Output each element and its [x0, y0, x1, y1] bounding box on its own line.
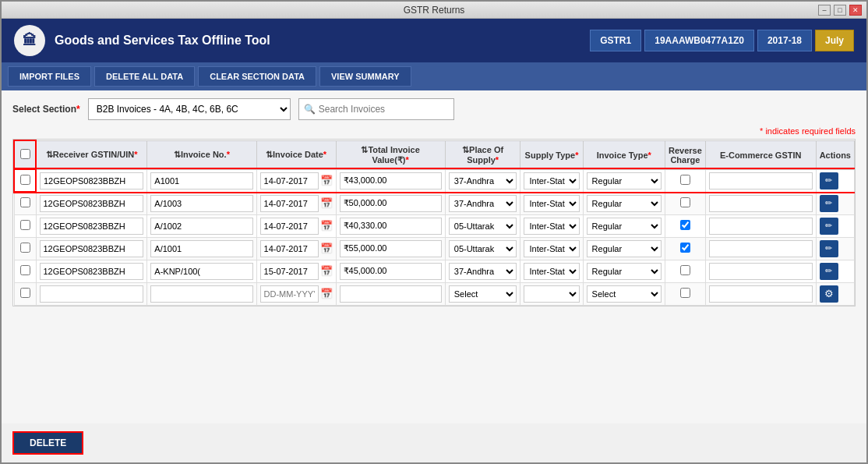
- supply-type-select[interactable]: Inter-StateIntra-State: [524, 195, 579, 212]
- invoice-date-input[interactable]: [260, 218, 319, 235]
- invoice-type-select[interactable]: RegularSEZ SuppliesDeemed Exports: [587, 263, 662, 280]
- new-invoice-date-input[interactable]: [260, 285, 319, 303]
- receiver-gstin-input[interactable]: [40, 195, 144, 212]
- receiver-gstin-input[interactable]: [40, 218, 144, 235]
- reverse-charge-checkbox[interactable]: [680, 197, 690, 207]
- new-calendar-icon[interactable]: 📅: [320, 288, 333, 299]
- clear-section-button[interactable]: CLEAR SECTION DATA: [198, 66, 316, 87]
- new-invoice-no-input[interactable]: [150, 285, 252, 303]
- reverse-charge-checkbox[interactable]: [680, 220, 690, 230]
- total-value-input[interactable]: [340, 172, 442, 189]
- ecommerce-gstin-cell: [705, 260, 816, 282]
- total-value-input[interactable]: [340, 263, 442, 280]
- row-checkbox[interactable]: [20, 197, 30, 207]
- view-summary-button[interactable]: VIEW SUMMARY: [319, 66, 411, 87]
- receiver-gstin-input[interactable]: [40, 240, 144, 257]
- ecommerce-gstin-input[interactable]: [709, 218, 813, 235]
- invoice-date-input[interactable]: [260, 195, 319, 212]
- invoice-no-input[interactable]: [150, 172, 252, 189]
- invoice-no-input[interactable]: [150, 218, 252, 235]
- new-receiver-gstin-input[interactable]: [40, 285, 144, 303]
- supply-type-select[interactable]: Inter-StateIntra-State: [524, 263, 579, 280]
- total-value-input[interactable]: [340, 240, 442, 257]
- row-checkbox[interactable]: [20, 220, 30, 230]
- reverse-charge-checkbox[interactable]: [680, 175, 690, 185]
- calendar-icon[interactable]: 📅: [320, 220, 333, 232]
- edit-row-button[interactable]: ✏: [820, 240, 838, 257]
- ecommerce-gstin-input[interactable]: [709, 195, 813, 212]
- import-files-button[interactable]: IMPORT FILES: [8, 66, 91, 87]
- calendar-icon[interactable]: 📅: [320, 197, 333, 209]
- row-checkbox[interactable]: [20, 175, 30, 185]
- gstin-badge[interactable]: 19AAAWB0477A1Z0: [644, 30, 754, 51]
- receiver-gstin-cell: [36, 214, 147, 237]
- ecommerce-gstin-input[interactable]: [709, 240, 813, 257]
- place-of-supply-select[interactable]: 37-Andhra05-Uttarak07-Delhi: [449, 240, 517, 257]
- total-value-input[interactable]: [340, 195, 442, 212]
- row-checkbox[interactable]: [20, 243, 30, 253]
- edit-row-button[interactable]: ✏: [820, 263, 838, 280]
- calendar-icon[interactable]: 📅: [320, 265, 333, 277]
- new-ecommerce-gstin-input[interactable]: [709, 285, 813, 303]
- invoice-date-input[interactable]: [260, 240, 319, 257]
- calendar-icon[interactable]: 📅: [320, 175, 333, 186]
- delete-button[interactable]: DELETE: [12, 431, 83, 455]
- add-row-button[interactable]: ⚙: [820, 285, 838, 303]
- new-invoice-type-select[interactable]: SelectRegularSEZ Supplies: [587, 285, 662, 303]
- invoice-type-select[interactable]: RegularSEZ SuppliesDeemed Exports: [587, 195, 662, 212]
- col-invoice-no: ⇅Invoice No.*: [147, 140, 256, 169]
- supply-type-cell: Inter-StateIntra-State: [520, 192, 583, 214]
- invoice-type-select[interactable]: RegularSEZ SuppliesDeemed Exports: [587, 240, 662, 257]
- new-reverse-charge-checkbox[interactable]: [680, 288, 690, 298]
- new-total-value-input[interactable]: [340, 285, 442, 303]
- reverse-charge-cell: [665, 237, 705, 260]
- ecommerce-gstin-input[interactable]: [709, 263, 813, 280]
- reverse-charge-checkbox[interactable]: [680, 243, 690, 253]
- new-supply-type-select[interactable]: Inter-StateIntra-State: [524, 285, 579, 303]
- invoice-no-input[interactable]: [150, 240, 252, 257]
- row-checkbox[interactable]: [20, 265, 30, 275]
- place-of-supply-select[interactable]: 37-Andhra05-Uttarak07-Delhi: [449, 218, 517, 235]
- invoice-date-input[interactable]: [260, 263, 319, 280]
- supply-type-select[interactable]: Inter-StateIntra-State: [524, 172, 579, 189]
- reverse-charge-cell: [665, 260, 705, 282]
- supply-type-select[interactable]: Inter-StateIntra-State: [524, 240, 579, 257]
- gstr1-badge[interactable]: GSTR1: [590, 30, 641, 51]
- invoice-type-select[interactable]: RegularSEZ SuppliesDeemed Exports: [587, 218, 662, 235]
- invoice-type-select[interactable]: RegularSEZ SuppliesDeemed Exports: [587, 172, 662, 189]
- edit-row-button[interactable]: ✏: [820, 172, 838, 189]
- receiver-gstin-input[interactable]: [40, 172, 143, 189]
- invoice-no-cell: [147, 169, 256, 192]
- place-of-supply-select[interactable]: 37-Andhra05-Uttarak07-Delhi: [449, 263, 517, 280]
- edit-row-button[interactable]: ✏: [820, 218, 838, 235]
- place-of-supply-select[interactable]: 37-Andhra05-Uttarak07-Delhi: [449, 172, 517, 189]
- maximize-button[interactable]: □: [834, 5, 846, 16]
- invoice-date-input[interactable]: [260, 172, 319, 189]
- search-input[interactable]: [319, 104, 449, 115]
- edit-row-button[interactable]: ✏: [820, 195, 838, 212]
- invoice-no-input[interactable]: [150, 263, 252, 280]
- invoices-table-container: ⇅Receiver GSTIN/UIN* ⇅Invoice No.* ⇅Invo…: [12, 139, 856, 306]
- year-badge[interactable]: 2017-18: [757, 30, 812, 51]
- supply-type-select[interactable]: Inter-StateIntra-State: [524, 218, 579, 235]
- new-place-of-supply-cell: Select37-Andhra05-Uttarak: [445, 282, 520, 305]
- total-value-input[interactable]: [340, 218, 442, 235]
- place-of-supply-select[interactable]: 37-Andhra05-Uttarak07-Delhi: [449, 195, 517, 212]
- new-place-of-supply-select[interactable]: Select37-Andhra05-Uttarak: [449, 285, 517, 303]
- col-place-of-supply: ⇅Place Of Supply*: [445, 140, 520, 169]
- calendar-icon[interactable]: 📅: [320, 243, 333, 254]
- delete-all-button[interactable]: DELETE ALL DATA: [94, 66, 195, 87]
- section-dropdown[interactable]: B2B Invoices - 4A, 4B, 4C, 6B, 6C B2CL I…: [88, 98, 291, 120]
- select-all-checkbox[interactable]: [20, 149, 30, 159]
- receiver-gstin-input[interactable]: [40, 263, 144, 280]
- toolbar: IMPORT FILES DELETE ALL DATA CLEAR SECTI…: [2, 62, 866, 90]
- close-button[interactable]: ✕: [849, 5, 862, 16]
- new-invoice-date-cell: 📅: [256, 282, 336, 305]
- reverse-charge-checkbox[interactable]: [680, 265, 690, 275]
- invoice-no-input[interactable]: [150, 195, 252, 212]
- ecommerce-gstin-cell: [705, 169, 816, 192]
- ecommerce-gstin-input[interactable]: [709, 172, 813, 189]
- new-row-checkbox[interactable]: [20, 288, 30, 298]
- minimize-button[interactable]: –: [818, 5, 831, 16]
- month-badge[interactable]: July: [815, 30, 854, 51]
